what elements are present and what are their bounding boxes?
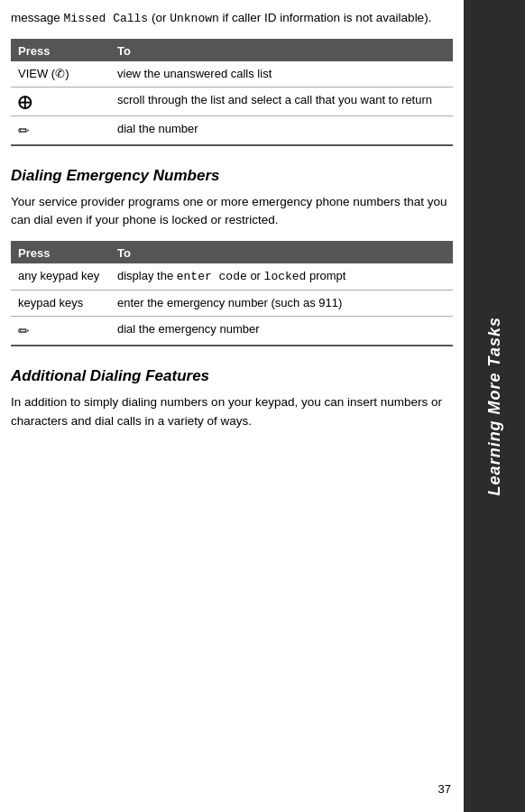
table-1-row3-to: dial the number (110, 115, 453, 145)
table-1: Press To VIEW (✆) view the unanswered ca… (11, 39, 453, 147)
table-1-col-to: To (110, 40, 453, 61)
view-label: VIEW ( (18, 67, 55, 80)
pencil-icon: ✏ (18, 123, 30, 138)
table-2-row3-to: dial the emergency number (110, 317, 453, 346)
intro-text-before: message (11, 11, 64, 24)
intro-text-or: (or (148, 11, 170, 24)
t2r1-after: prompt (306, 269, 345, 282)
side-tab: Learning More Tasks (464, 0, 525, 812)
intro-paragraph: message Missed Calls (or Unknown if call… (11, 9, 453, 28)
main-content: message Missed Calls (or Unknown if call… (0, 0, 525, 812)
table-2-row2-press: keypad keys (11, 290, 110, 316)
unknown-code: Unknown (170, 12, 219, 25)
table-1-row3-press: ✏ (11, 115, 110, 145)
table-1-body: VIEW (✆) view the unanswered calls list … (11, 61, 453, 146)
table-1-row1-to: view the unanswered calls list (110, 61, 453, 88)
t2r1-before: display the (117, 269, 177, 282)
section1-heading: Dialing Emergency Numbers (11, 166, 453, 186)
table-2-row1-to: display the enter code or locked prompt (110, 263, 453, 291)
table-1-col-press: Press (11, 40, 110, 61)
table-2-row3-press: ✏ (11, 317, 110, 346)
table-row: keypad keys enter the emergency number (… (11, 290, 453, 316)
table-row: ✏ dial the emergency number (11, 317, 453, 346)
table-row: VIEW (✆) view the unanswered calls list (11, 61, 453, 88)
phone-icon: ✆ (55, 67, 65, 80)
table-1-header: Press To (11, 40, 453, 61)
table-2-row2-to: enter the emergency number (such as 911) (110, 290, 453, 316)
nav-icon: ⨁ (18, 94, 32, 109)
pencil-icon-2: ✏ (18, 323, 30, 338)
page-number: 37 (438, 782, 451, 796)
table-2-row1-press: any keypad key (11, 263, 110, 291)
table-2-body: any keypad key display the enter code or… (11, 263, 453, 346)
missed-calls-code: Missed Calls (64, 12, 149, 25)
table-1-row1-press: VIEW (✆) (11, 61, 110, 88)
table-1-row2-to: scroll through the list and select a cal… (110, 87, 453, 115)
table-2-col-to: To (110, 242, 453, 263)
view-close: ) (65, 67, 69, 80)
table-row: any keypad key display the enter code or… (11, 263, 453, 291)
table-2-header: Press To (11, 242, 453, 263)
section2-heading: Additional Dialing Features (11, 366, 453, 386)
table-2: Press To any keypad key display the ente… (11, 241, 453, 347)
table-row: ⨁ scroll through the list and select a c… (11, 87, 453, 115)
enter-code-code: enter code (177, 270, 247, 283)
table-1-row2-press: ⨁ (11, 87, 110, 115)
table-2-col-press: Press (11, 242, 110, 263)
locked-code: locked (264, 270, 307, 283)
side-tab-label: Learning More Tasks (485, 317, 504, 495)
intro-text-after: if caller ID information is not availabl… (219, 11, 432, 24)
t2r1-mid: or (247, 269, 264, 282)
section1-body: Your service provider programs one or mo… (11, 193, 453, 230)
page-container: message Missed Calls (or Unknown if call… (0, 0, 525, 812)
section2-body: In addition to simply dialing numbers on… (11, 393, 453, 430)
table-row: ✏ dial the number (11, 115, 453, 145)
